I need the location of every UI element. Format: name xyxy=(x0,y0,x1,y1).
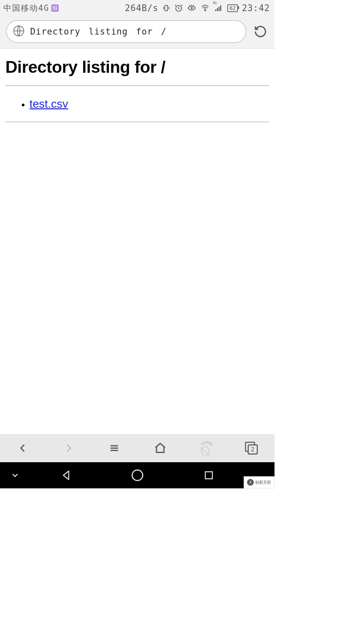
nav-home-button[interactable] xyxy=(137,434,183,462)
svg-point-15 xyxy=(208,442,210,444)
svg-rect-0 xyxy=(53,6,57,10)
alarm-icon xyxy=(174,4,183,12)
sys-home-button[interactable] xyxy=(102,462,173,488)
status-bar: 中国移动4G 264B/s 4G 62 23:42 xyxy=(0,0,275,16)
svg-point-11 xyxy=(202,446,209,456)
page-title: Directory listing for / xyxy=(5,57,269,77)
svg-rect-6 xyxy=(215,9,216,11)
sys-dropdown-button[interactable] xyxy=(0,462,30,488)
clock-label: 23:42 xyxy=(242,3,270,13)
divider xyxy=(5,122,269,122)
nav-forward-button[interactable] xyxy=(46,434,92,462)
sys-back-button[interactable] xyxy=(30,462,102,488)
svg-rect-7 xyxy=(217,8,218,11)
tabs-count-label: 2 xyxy=(248,444,258,454)
sys-recents-button[interactable] xyxy=(173,462,244,488)
nav-menu-button[interactable] xyxy=(92,434,137,462)
svg-point-17 xyxy=(132,470,143,481)
nav-back-button[interactable] xyxy=(0,434,46,462)
footprint-icon[interactable] xyxy=(183,434,229,462)
nav-tabs-button[interactable]: 2 xyxy=(229,434,275,462)
picture-icon xyxy=(51,4,59,12)
svg-rect-18 xyxy=(205,472,212,479)
url-text: Directory listing for / xyxy=(30,26,167,37)
svg-point-16 xyxy=(210,443,212,445)
page-content: Directory listing for / test.csv xyxy=(0,49,275,434)
reload-button[interactable] xyxy=(252,23,268,40)
carrier-label: 中国移动4G xyxy=(3,3,49,13)
globe-icon xyxy=(13,25,25,38)
browser-toolbar: Directory listing for / xyxy=(0,16,275,49)
url-bar[interactable]: Directory listing for / xyxy=(6,20,246,43)
list-item: test.csv xyxy=(29,97,269,110)
svg-point-1 xyxy=(54,7,54,8)
browser-bottom-nav: 2 xyxy=(0,434,275,462)
watermark: X 创新互联 xyxy=(244,476,275,488)
wifi-icon xyxy=(200,4,210,12)
watermark-label: 创新互联 xyxy=(255,480,271,485)
vibrate-icon xyxy=(162,4,170,12)
net-rate-label: 264B/s xyxy=(125,3,159,13)
svg-rect-9 xyxy=(220,5,221,11)
svg-rect-2 xyxy=(165,5,168,11)
battery-indicator: 62 xyxy=(227,4,238,12)
svg-point-4 xyxy=(191,7,192,9)
svg-point-5 xyxy=(205,10,206,11)
system-nav-bar xyxy=(0,462,275,488)
svg-rect-8 xyxy=(219,7,220,11)
file-listing: test.csv xyxy=(5,86,269,122)
signal-icon: 4G xyxy=(214,4,223,12)
eye-icon xyxy=(187,4,196,12)
svg-point-14 xyxy=(206,441,208,443)
file-link[interactable]: test.csv xyxy=(29,97,68,110)
svg-point-12 xyxy=(201,443,203,445)
watermark-icon: X xyxy=(247,479,254,486)
svg-point-13 xyxy=(204,442,205,443)
